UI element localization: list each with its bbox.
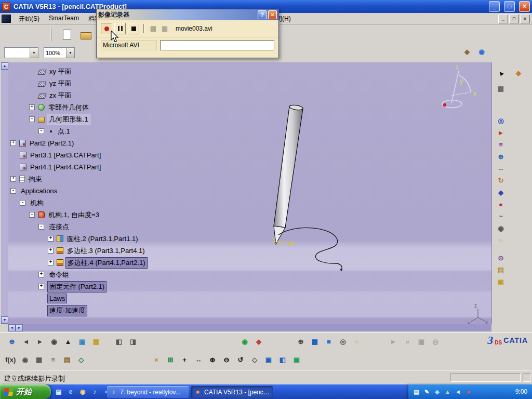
media-player-icon[interactable]: ◉ [79, 388, 86, 396]
report-icon[interactable]: ▣ [496, 277, 506, 287]
tree-expander-icon[interactable]: + [10, 176, 16, 182]
tree-item[interactable]: +零部件几何体 [8, 101, 90, 113]
tree-item-label[interactable]: 拘束 [27, 174, 44, 184]
render-style-icon[interactable]: ▣ [77, 337, 87, 347]
replay-icon[interactable]: ► [496, 128, 506, 138]
shade-icon[interactable]: ◧ [278, 355, 287, 365]
relations-icon[interactable]: ≡ [48, 355, 58, 365]
camera-icon[interactable]: ◉ [496, 224, 506, 233]
start-button[interactable]: 开始 [0, 384, 51, 399]
scroll-up-icon[interactable]: ▲ [1, 62, 8, 70]
tree-item[interactable]: 速度-加速度 [8, 304, 87, 316]
fit-all-icon[interactable]: ↔ [194, 355, 203, 365]
tree-item-label[interactable]: xy 平面 [48, 66, 73, 77]
scroll-down-icon[interactable]: ▼ [1, 316, 8, 324]
mdi-minimize-button[interactable]: _ [498, 15, 508, 23]
escape-icon[interactable]: × [152, 355, 161, 365]
task-button-2[interactable]: ■CATIA V5R13 - [penci... [191, 386, 273, 398]
tree-item[interactable]: yz 平面 [8, 77, 73, 89]
tree-item-label[interactable]: Applications [19, 187, 59, 195]
magnify-icon[interactable]: ◉ [49, 337, 59, 347]
rotate-icon[interactable]: ↺ [236, 355, 245, 365]
tree-item-label[interactable]: 连接点 [47, 222, 71, 232]
forward-icon[interactable]: ► [35, 337, 45, 347]
toolbar-grip[interactable] [50, 29, 51, 41]
tree-item[interactable]: xy 平面 [8, 65, 73, 77]
chevron-down-icon[interactable]: ▼ [30, 48, 38, 58]
design-table-icon[interactable]: ▦ [34, 355, 44, 365]
dock-right-icon[interactable]: ◨ [128, 337, 138, 347]
select-cursor-icon[interactable]: ▲ [494, 66, 507, 79]
tree-vertical-scrollbar[interactable]: ▲ ▼ [1, 62, 8, 324]
dialog-close-button[interactable]: × [268, 10, 277, 19]
frame-icon[interactable]: ▣ [417, 337, 426, 347]
grid-icon[interactable]: ▦ [310, 337, 320, 347]
tree-item[interactable]: -机构 [8, 197, 45, 209]
catalog-book-icon[interactable]: ▤ [62, 355, 72, 365]
dock-left-icon[interactable]: ◧ [114, 337, 124, 347]
globe-icon[interactable]: ◉ [477, 47, 486, 57]
shield-icon[interactable]: ▲ [444, 388, 451, 396]
tree-item[interactable]: zx 平面 [8, 89, 73, 101]
tree-expander-icon[interactable]: - [10, 188, 16, 194]
tree-expander-icon[interactable]: - [29, 212, 35, 218]
texture-icon[interactable]: ▦ [91, 337, 101, 347]
tree-item-label[interactable]: 几何图形集.1 [47, 114, 90, 125]
track-icon[interactable]: ↻ [496, 176, 506, 185]
smarteam-users-icon[interactable]: ◆ [514, 69, 523, 78]
tree-item[interactable]: +拘束 [8, 173, 44, 185]
tree-item-label[interactable]: Part4.1 [Part4.CATPart] [29, 163, 102, 171]
loop-icon[interactable]: ◎ [431, 337, 440, 347]
ime-icon[interactable]: ▤ [413, 388, 420, 396]
zoom-combo[interactable]: 100% ▼ [44, 47, 75, 58]
record-button[interactable] [101, 23, 112, 34]
tree-item[interactable]: +多边柱.4 (Part4.1,Part2.1) [8, 257, 148, 269]
normal-view-icon[interactable]: ◇ [250, 355, 259, 365]
toolbox-icon[interactable]: ▦ [496, 84, 506, 94]
tree-expander-icon[interactable]: + [48, 236, 54, 242]
tree-expander-icon[interactable]: + [10, 140, 16, 146]
iso-view-icon[interactable]: ▣ [264, 355, 273, 365]
camera-icon[interactable]: ▣ [160, 24, 169, 33]
fast-forward-icon[interactable]: » [403, 337, 412, 347]
tablet-pen-icon[interactable]: ✎ [423, 388, 430, 396]
brush-icon[interactable]: ◆ [462, 47, 472, 57]
tree-item[interactable]: -连接点 [8, 221, 71, 233]
play-icon[interactable]: ► [389, 337, 398, 347]
compass-icon[interactable]: ⊕ [296, 337, 305, 347]
mailbox-icon[interactable]: ▤ [496, 265, 506, 275]
volume-icon[interactable]: ◄ [455, 388, 461, 396]
zoom-out-icon[interactable]: ⊖ [222, 355, 231, 365]
tree-item[interactable]: +圆柱.2 (Part3.1,Part1.1) [8, 233, 140, 245]
view-mode-combo[interactable]: ▼ [4, 47, 38, 58]
tree-item-label[interactable]: 命令组 [47, 270, 71, 280]
new-document-icon[interactable] [61, 28, 73, 42]
simulation-icon[interactable]: ◎ [496, 116, 506, 126]
tree-item[interactable]: +固定元件 (Part2.1) [8, 281, 107, 292]
mdi-close-button[interactable]: × [520, 15, 530, 23]
tree-item-label[interactable]: 机构 [29, 198, 45, 208]
mdi-restore-button[interactable]: □ [509, 15, 519, 23]
tree-item-label[interactable]: 零部件几何体 [47, 102, 90, 113]
tree-item[interactable]: Part4.1 [Part4.CATPart] [8, 161, 102, 173]
tree-expander-icon[interactable]: - [38, 224, 44, 230]
tree-item-label[interactable]: 速度-加速度 [47, 305, 87, 316]
pan-icon[interactable]: + [180, 355, 189, 365]
measure-icon[interactable]: ⊕ [496, 152, 506, 162]
spline-icon[interactable]: ~ [496, 212, 506, 221]
film-icon[interactable]: ▦ [149, 24, 158, 33]
tree-item-label[interactable]: 多边柱.4 (Part4.1,Part2.1) [65, 257, 148, 269]
menu-item-1[interactable]: 开始(S) [14, 13, 44, 25]
messenger-icon[interactable]: ◆ [434, 388, 441, 396]
clash-icon[interactable]: ● [496, 200, 506, 209]
tree-expander-icon[interactable]: - [20, 200, 25, 206]
tree-expander-icon[interactable]: + [48, 248, 54, 254]
scroll-left-icon[interactable]: ◄ [8, 324, 16, 331]
swept-volume-icon[interactable]: ◆ [496, 188, 506, 197]
tree-horizontal-scrollbar[interactable]: ◄ ► [8, 324, 491, 331]
scroll-right-icon[interactable]: ► [16, 324, 23, 331]
tree-item-label[interactable]: 多边柱.3 (Part3.1,Part4.1) [65, 246, 147, 256]
task-button-1[interactable]: ♪7. beyond - reallylov... [107, 386, 189, 398]
light-icon[interactable]: ○ [496, 236, 506, 245]
stop-button[interactable] [128, 23, 139, 34]
